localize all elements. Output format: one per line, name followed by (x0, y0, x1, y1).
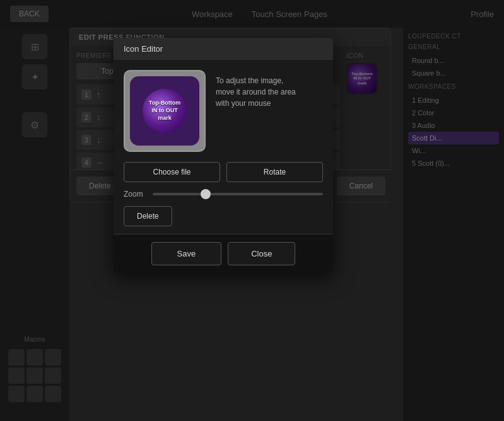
rotate-button[interactable]: Rotate (226, 162, 323, 182)
zoom-row: Zoom (124, 190, 323, 199)
icon-preview-text: Top-Bottom IN to OUT mark (149, 100, 180, 122)
icon-large-preview: Top-Bottom IN to OUT mark (124, 70, 206, 152)
icon-hint-text: To adjust the image,move it around the a… (216, 70, 296, 109)
file-rotate-row: Choose file Rotate (124, 162, 323, 182)
icon-editor-title: Icon Editor (114, 38, 333, 60)
modal-overlay: Icon Editor Top-Bottom IN to OUT mark To… (0, 0, 504, 421)
icon-editor-controls: Choose file Rotate Zoom Delete (114, 162, 333, 234)
icon-save-button[interactable]: Save (151, 242, 222, 265)
zoom-slider[interactable] (153, 193, 323, 195)
icon-close-button[interactable]: Close (228, 242, 295, 265)
zoom-label: Zoom (124, 190, 146, 199)
icon-delete-button[interactable]: Delete (124, 206, 172, 226)
icon-inner: Top-Bottom IN to OUT mark (130, 76, 199, 146)
choose-file-button[interactable]: Choose file (124, 162, 220, 182)
delete-row: Delete (124, 206, 323, 226)
icon-editor-footer: Save Close (114, 234, 333, 273)
icon-editor-modal: Icon Editor Top-Bottom IN to OUT mark To… (114, 38, 333, 273)
icon-editor-body: Top-Bottom IN to OUT mark To adjust the … (114, 60, 333, 162)
